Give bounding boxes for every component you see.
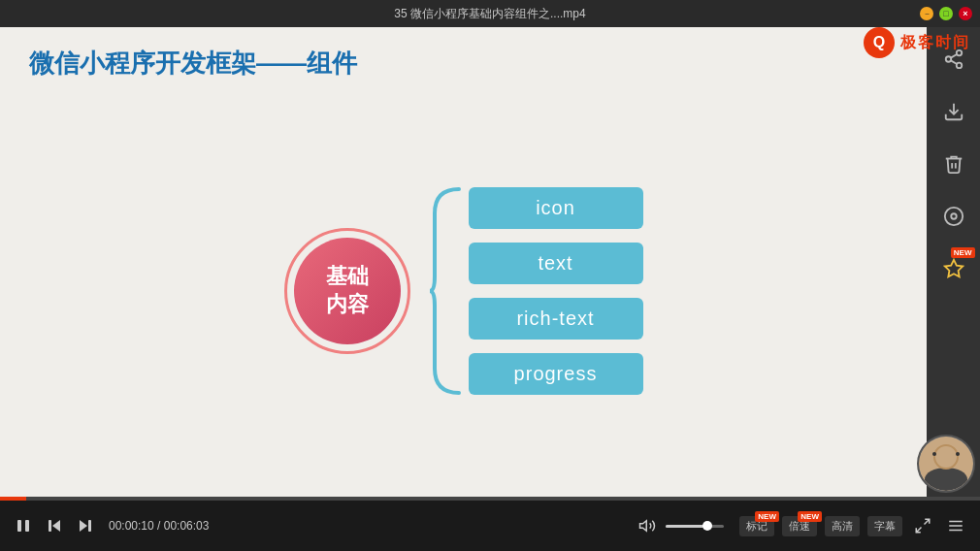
svg-rect-14 [88, 520, 91, 532]
window-controls: － □ × [920, 7, 972, 20]
svg-point-7 [951, 213, 957, 219]
svg-rect-10 [25, 520, 29, 532]
circle-container: 基础 内容 [284, 228, 410, 354]
logo-text: 极客时间 [900, 33, 970, 53]
right-sidebar: NEW [927, 27, 980, 501]
item-rich-text: rich-text [469, 298, 643, 340]
item-icon: icon [469, 187, 643, 229]
svg-line-17 [916, 528, 921, 533]
video-container: 微信小程序开发框架——组件 基础 内容 icon te [0, 27, 980, 551]
circle-inner: 基础 内容 [294, 238, 401, 344]
step-forward-button[interactable] [74, 516, 97, 535]
svg-rect-9 [17, 520, 21, 532]
svg-line-3 [950, 60, 956, 64]
brace-container [425, 184, 464, 398]
item-progress: progress [469, 353, 643, 395]
items-list: icon text rich-text progress [469, 187, 643, 395]
circle-text-line1: 基础 [326, 263, 369, 291]
svg-rect-12 [49, 520, 51, 532]
quality-button[interactable]: 高清 [825, 516, 860, 536]
volume-fill [666, 525, 703, 528]
subtitle-button[interactable]: 字幕 [867, 516, 902, 536]
slide-body: 基础 内容 icon text rich-text progress [29, 100, 898, 481]
svg-point-2 [956, 63, 962, 69]
bookmark-new-badge: NEW [755, 511, 779, 522]
circle-outer: 基础 内容 [284, 228, 410, 354]
maximize-button[interactable]: □ [939, 7, 953, 20]
star-new-badge: NEW [951, 247, 975, 258]
brace-svg [425, 184, 464, 398]
trash-icon[interactable] [936, 146, 971, 181]
fullscreen-button[interactable] [910, 515, 935, 536]
speed-button[interactable]: NEW 倍速 [782, 516, 817, 536]
svg-marker-15 [640, 521, 647, 532]
step-back-button[interactable] [43, 516, 66, 535]
volume-knob [702, 521, 712, 531]
download-icon[interactable] [936, 94, 971, 129]
logo-icon: Q [864, 27, 895, 58]
volume-icon[interactable] [635, 515, 660, 536]
svg-point-6 [944, 208, 962, 225]
svg-marker-8 [944, 260, 962, 276]
star-icon[interactable]: NEW [936, 251, 971, 286]
minimize-button[interactable]: － [920, 7, 933, 20]
svg-marker-13 [80, 520, 87, 532]
volume-slider[interactable] [666, 525, 724, 528]
title-bar: 35 微信小程序基础内容组件之....mp4 － □ × [0, 0, 980, 27]
svg-line-16 [925, 519, 930, 524]
close-button[interactable]: × [959, 7, 972, 20]
play-button[interactable] [12, 516, 35, 535]
slide-area: 微信小程序开发框架——组件 基础 内容 icon te [0, 27, 927, 501]
svg-marker-11 [52, 520, 60, 532]
time-display: 00:00:10 / 00:06:03 [109, 519, 209, 533]
item-text: text [469, 243, 643, 284]
bookmark-button[interactable]: NEW 标记 [739, 516, 774, 536]
logo-area: Q 极客时间 [864, 27, 970, 58]
speaker-avatar [917, 435, 975, 493]
circle-icon[interactable] [936, 199, 971, 234]
volume-area [635, 515, 724, 536]
menu-button[interactable] [943, 515, 968, 536]
circle-text-line2: 内容 [326, 291, 369, 319]
slide-title: 微信小程序开发框架——组件 [29, 47, 898, 81]
speed-new-badge: NEW [798, 511, 822, 522]
bottom-controls: 00:00:10 / 00:06:03 NEW 标记 NEW 倍速 [0, 501, 980, 551]
window-title: 35 微信小程序基础内容组件之....mp4 [394, 6, 585, 22]
